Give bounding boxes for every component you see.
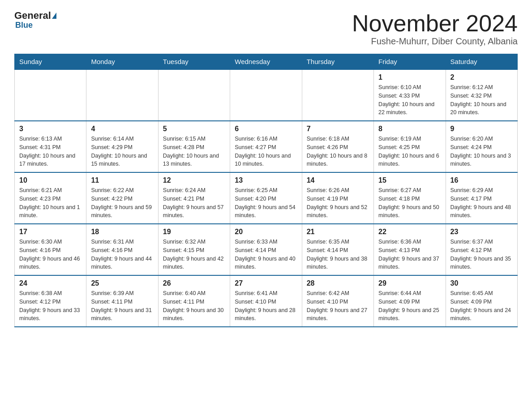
- day-info: Sunrise: 6:21 AMSunset: 4:23 PMDaylight:…: [19, 186, 82, 220]
- day-info: Sunrise: 6:27 AMSunset: 4:18 PMDaylight:…: [378, 186, 441, 220]
- day-number: 8: [378, 125, 441, 133]
- day-number: 12: [163, 176, 225, 184]
- calendar-cell: 5Sunrise: 6:15 AMSunset: 4:28 PMDaylight…: [158, 121, 230, 172]
- day-info: Sunrise: 6:33 AMSunset: 4:14 PMDaylight:…: [235, 238, 297, 271]
- logo-blue-text: Blue: [15, 21, 33, 30]
- day-info: Sunrise: 6:10 AMSunset: 4:33 PMDaylight:…: [378, 83, 441, 117]
- weekday-header-monday: Monday: [86, 54, 158, 70]
- page-header: General Blue November 2024 Fushe-Muhurr,…: [14, 11, 518, 47]
- day-info: Sunrise: 6:40 AMSunset: 4:11 PMDaylight:…: [163, 289, 225, 323]
- calendar-cell: [86, 69, 158, 121]
- calendar-table: SundayMondayTuesdayWednesdayThursdayFrid…: [14, 54, 518, 327]
- logo-general-text: General: [14, 11, 51, 21]
- calendar-cell: 14Sunrise: 6:26 AMSunset: 4:19 PMDayligh…: [302, 172, 373, 224]
- day-info: Sunrise: 6:41 AMSunset: 4:10 PMDaylight:…: [235, 289, 297, 323]
- day-info: Sunrise: 6:12 AMSunset: 4:32 PMDaylight:…: [450, 83, 513, 117]
- day-number: 28: [307, 279, 369, 287]
- calendar-cell: 18Sunrise: 6:31 AMSunset: 4:16 PMDayligh…: [86, 224, 158, 275]
- day-info: Sunrise: 6:20 AMSunset: 4:24 PMDaylight:…: [450, 135, 513, 168]
- calendar-cell: 12Sunrise: 6:24 AMSunset: 4:21 PMDayligh…: [158, 172, 230, 224]
- calendar-cell: 1Sunrise: 6:10 AMSunset: 4:33 PMDaylight…: [374, 69, 446, 121]
- calendar-cell: 21Sunrise: 6:35 AMSunset: 4:14 PMDayligh…: [302, 224, 373, 275]
- day-info: Sunrise: 6:16 AMSunset: 4:27 PMDaylight:…: [235, 135, 297, 168]
- day-number: 29: [378, 279, 441, 287]
- day-number: 16: [450, 176, 513, 184]
- day-info: Sunrise: 6:26 AMSunset: 4:19 PMDaylight:…: [307, 186, 369, 220]
- day-info: Sunrise: 6:38 AMSunset: 4:12 PMDaylight:…: [19, 289, 82, 323]
- title-block: November 2024 Fushe-Muhurr, Diber County…: [352, 11, 518, 47]
- day-number: 27: [235, 279, 297, 287]
- day-info: Sunrise: 6:24 AMSunset: 4:21 PMDaylight:…: [163, 186, 225, 220]
- calendar-cell: 13Sunrise: 6:25 AMSunset: 4:20 PMDayligh…: [230, 172, 302, 224]
- day-number: 9: [450, 125, 513, 133]
- calendar-cell: 15Sunrise: 6:27 AMSunset: 4:18 PMDayligh…: [374, 172, 446, 224]
- weekday-header-thursday: Thursday: [302, 54, 373, 70]
- day-number: 26: [163, 279, 225, 287]
- day-info: Sunrise: 6:19 AMSunset: 4:25 PMDaylight:…: [378, 135, 441, 168]
- day-info: Sunrise: 6:39 AMSunset: 4:11 PMDaylight:…: [91, 289, 153, 323]
- day-number: 15: [378, 176, 441, 184]
- day-number: 20: [235, 228, 297, 236]
- calendar-cell: 24Sunrise: 6:38 AMSunset: 4:12 PMDayligh…: [15, 275, 86, 327]
- day-info: Sunrise: 6:36 AMSunset: 4:13 PMDaylight:…: [378, 238, 441, 271]
- calendar-week-3: 10Sunrise: 6:21 AMSunset: 4:23 PMDayligh…: [15, 172, 518, 224]
- calendar-week-1: 1Sunrise: 6:10 AMSunset: 4:33 PMDaylight…: [15, 69, 518, 121]
- day-info: Sunrise: 6:18 AMSunset: 4:26 PMDaylight:…: [307, 135, 369, 168]
- day-number: 1: [378, 73, 441, 81]
- weekday-header-tuesday: Tuesday: [158, 54, 230, 70]
- day-info: Sunrise: 6:31 AMSunset: 4:16 PMDaylight:…: [91, 238, 153, 271]
- day-number: 17: [19, 228, 82, 236]
- day-number: 13: [235, 176, 297, 184]
- calendar-cell: 17Sunrise: 6:30 AMSunset: 4:16 PMDayligh…: [15, 224, 86, 275]
- calendar-cell: [158, 69, 230, 121]
- calendar-cell: 6Sunrise: 6:16 AMSunset: 4:27 PMDaylight…: [230, 121, 302, 172]
- logo: General Blue: [14, 11, 57, 30]
- day-info: Sunrise: 6:25 AMSunset: 4:20 PMDaylight:…: [235, 186, 297, 220]
- day-number: 14: [307, 176, 369, 184]
- calendar-cell: 16Sunrise: 6:29 AMSunset: 4:17 PMDayligh…: [446, 172, 517, 224]
- weekday-header-friday: Friday: [374, 54, 446, 70]
- day-info: Sunrise: 6:14 AMSunset: 4:29 PMDaylight:…: [91, 135, 153, 168]
- weekday-header-sunday: Sunday: [15, 54, 86, 70]
- day-info: Sunrise: 6:30 AMSunset: 4:16 PMDaylight:…: [19, 238, 82, 271]
- day-info: Sunrise: 6:13 AMSunset: 4:31 PMDaylight:…: [19, 135, 82, 168]
- day-number: 30: [450, 279, 513, 287]
- day-number: 23: [450, 228, 513, 236]
- calendar-cell: 2Sunrise: 6:12 AMSunset: 4:32 PMDaylight…: [446, 69, 517, 121]
- location-title: Fushe-Muhurr, Diber County, Albania: [352, 36, 518, 47]
- day-info: Sunrise: 6:22 AMSunset: 4:22 PMDaylight:…: [91, 186, 153, 220]
- calendar-cell: 26Sunrise: 6:40 AMSunset: 4:11 PMDayligh…: [158, 275, 230, 327]
- day-number: 18: [91, 228, 153, 236]
- calendar-cell: 19Sunrise: 6:32 AMSunset: 4:15 PMDayligh…: [158, 224, 230, 275]
- calendar-cell: [230, 69, 302, 121]
- day-info: Sunrise: 6:32 AMSunset: 4:15 PMDaylight:…: [163, 238, 225, 271]
- day-number: 21: [307, 228, 369, 236]
- day-number: 25: [91, 279, 153, 287]
- calendar-cell: 25Sunrise: 6:39 AMSunset: 4:11 PMDayligh…: [86, 275, 158, 327]
- calendar-cell: [15, 69, 86, 121]
- calendar-cell: 22Sunrise: 6:36 AMSunset: 4:13 PMDayligh…: [374, 224, 446, 275]
- calendar-week-2: 3Sunrise: 6:13 AMSunset: 4:31 PMDaylight…: [15, 121, 518, 172]
- calendar-week-4: 17Sunrise: 6:30 AMSunset: 4:16 PMDayligh…: [15, 224, 518, 275]
- day-number: 6: [235, 125, 297, 133]
- calendar-cell: 11Sunrise: 6:22 AMSunset: 4:22 PMDayligh…: [86, 172, 158, 224]
- day-info: Sunrise: 6:37 AMSunset: 4:12 PMDaylight:…: [450, 238, 513, 271]
- calendar-cell: 9Sunrise: 6:20 AMSunset: 4:24 PMDaylight…: [446, 121, 517, 172]
- calendar-cell: 23Sunrise: 6:37 AMSunset: 4:12 PMDayligh…: [446, 224, 517, 275]
- day-number: 2: [450, 73, 513, 81]
- day-number: 7: [307, 125, 369, 133]
- calendar-cell: 10Sunrise: 6:21 AMSunset: 4:23 PMDayligh…: [15, 172, 86, 224]
- day-info: Sunrise: 6:44 AMSunset: 4:09 PMDaylight:…: [378, 289, 441, 323]
- logo-triangle-icon: [52, 13, 56, 19]
- calendar-week-5: 24Sunrise: 6:38 AMSunset: 4:12 PMDayligh…: [15, 275, 518, 327]
- day-info: Sunrise: 6:29 AMSunset: 4:17 PMDaylight:…: [450, 186, 513, 220]
- calendar-cell: 30Sunrise: 6:45 AMSunset: 4:09 PMDayligh…: [446, 275, 517, 327]
- calendar-cell: 3Sunrise: 6:13 AMSunset: 4:31 PMDaylight…: [15, 121, 86, 172]
- day-number: 24: [19, 279, 82, 287]
- day-info: Sunrise: 6:42 AMSunset: 4:10 PMDaylight:…: [307, 289, 369, 323]
- day-info: Sunrise: 6:15 AMSunset: 4:28 PMDaylight:…: [163, 135, 225, 168]
- day-info: Sunrise: 6:45 AMSunset: 4:09 PMDaylight:…: [450, 289, 513, 323]
- weekday-header-wednesday: Wednesday: [230, 54, 302, 70]
- calendar-cell: 27Sunrise: 6:41 AMSunset: 4:10 PMDayligh…: [230, 275, 302, 327]
- calendar-cell: 28Sunrise: 6:42 AMSunset: 4:10 PMDayligh…: [302, 275, 373, 327]
